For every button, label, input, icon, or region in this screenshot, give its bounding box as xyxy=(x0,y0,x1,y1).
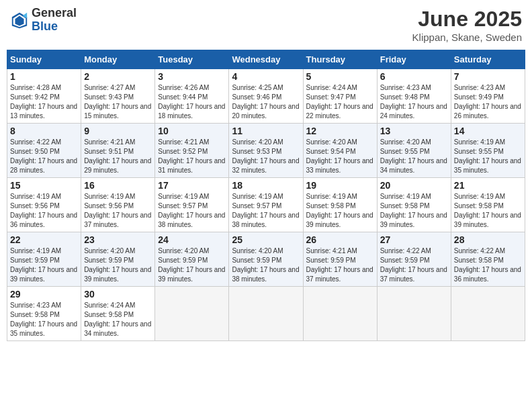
day-info: Sunrise: 4:22 AM Sunset: 9:50 PM Dayligh… xyxy=(10,138,78,175)
title-block: June 2025 Klippan, Skane, Sweden xyxy=(412,7,522,43)
logo-general-text: General xyxy=(32,7,77,20)
day-number: 30 xyxy=(84,289,152,300)
day-number: 2 xyxy=(84,71,152,82)
calendar-day-cell: 26 Sunrise: 4:21 AM Sunset: 9:59 PM Dayl… xyxy=(303,232,377,287)
calendar-day-cell: 3 Sunrise: 4:26 AM Sunset: 9:44 PM Dayli… xyxy=(155,69,229,124)
day-info: Sunrise: 4:23 AM Sunset: 9:48 PM Dayligh… xyxy=(380,83,448,121)
calendar-day-cell: 28 Sunrise: 4:22 AM Sunset: 9:58 PM Dayl… xyxy=(451,232,525,287)
day-number: 21 xyxy=(454,180,522,191)
calendar-day-cell: 27 Sunrise: 4:22 AM Sunset: 9:59 PM Dayl… xyxy=(377,232,451,287)
day-number: 29 xyxy=(10,289,78,300)
day-number: 24 xyxy=(158,234,226,245)
day-info: Sunrise: 4:20 AM Sunset: 9:53 PM Dayligh… xyxy=(232,138,300,175)
day-number: 28 xyxy=(454,234,522,245)
calendar-day-cell: 25 Sunrise: 4:20 AM Sunset: 9:59 PM Dayl… xyxy=(229,232,303,287)
calendar-day-cell: 22 Sunrise: 4:19 AM Sunset: 9:59 PM Dayl… xyxy=(7,232,81,287)
day-number: 13 xyxy=(380,126,448,136)
calendar-day-cell xyxy=(229,287,303,341)
calendar-day-cell xyxy=(155,287,229,341)
day-of-week-header: Monday xyxy=(81,50,155,69)
day-of-week-header: Wednesday xyxy=(229,50,303,69)
day-info: Sunrise: 4:19 AM Sunset: 9:55 PM Dayligh… xyxy=(454,138,522,175)
day-info: Sunrise: 4:20 AM Sunset: 9:59 PM Dayligh… xyxy=(84,246,152,284)
day-of-week-header: Thursday xyxy=(303,50,377,69)
day-info: Sunrise: 4:19 AM Sunset: 9:56 PM Dayligh… xyxy=(10,192,78,230)
day-number: 23 xyxy=(84,234,152,245)
day-info: Sunrise: 4:25 AM Sunset: 9:46 PM Dayligh… xyxy=(232,83,300,121)
logo-text: General Blue xyxy=(32,7,77,34)
day-info: Sunrise: 4:21 AM Sunset: 9:51 PM Dayligh… xyxy=(84,138,152,175)
calendar-week-row: 8 Sunrise: 4:22 AM Sunset: 9:50 PM Dayli… xyxy=(7,124,525,178)
day-info: Sunrise: 4:23 AM Sunset: 9:49 PM Dayligh… xyxy=(454,83,522,121)
day-info: Sunrise: 4:21 AM Sunset: 9:59 PM Dayligh… xyxy=(306,246,374,284)
day-number: 11 xyxy=(232,126,300,136)
day-number: 22 xyxy=(10,234,78,245)
calendar-day-cell: 17 Sunrise: 4:19 AM Sunset: 9:57 PM Dayl… xyxy=(155,178,229,232)
day-info: Sunrise: 4:19 AM Sunset: 9:58 PM Dayligh… xyxy=(306,192,374,230)
day-number: 15 xyxy=(10,180,78,191)
calendar-header-row: SundayMondayTuesdayWednesdayThursdayFrid… xyxy=(7,50,525,69)
calendar-day-cell: 6 Sunrise: 4:23 AM Sunset: 9:48 PM Dayli… xyxy=(377,69,451,124)
day-number: 17 xyxy=(158,180,226,191)
calendar-day-cell: 12 Sunrise: 4:20 AM Sunset: 9:54 PM Dayl… xyxy=(303,124,377,178)
day-info: Sunrise: 4:20 AM Sunset: 9:55 PM Dayligh… xyxy=(380,138,448,175)
page-header: General Blue June 2025 Klippan, Skane, S… xyxy=(7,7,525,43)
day-info: Sunrise: 4:20 AM Sunset: 9:59 PM Dayligh… xyxy=(232,246,300,284)
logo-icon xyxy=(10,11,29,30)
logo: General Blue xyxy=(10,7,77,34)
calendar-day-cell: 21 Sunrise: 4:19 AM Sunset: 9:58 PM Dayl… xyxy=(451,178,525,232)
calendar-day-cell: 10 Sunrise: 4:21 AM Sunset: 9:52 PM Dayl… xyxy=(155,124,229,178)
day-info: Sunrise: 4:21 AM Sunset: 9:52 PM Dayligh… xyxy=(158,138,226,175)
day-info: Sunrise: 4:22 AM Sunset: 9:58 PM Dayligh… xyxy=(454,246,522,284)
day-number: 14 xyxy=(454,126,522,136)
calendar-day-cell: 8 Sunrise: 4:22 AM Sunset: 9:50 PM Dayli… xyxy=(7,124,81,178)
calendar-day-cell: 11 Sunrise: 4:20 AM Sunset: 9:53 PM Dayl… xyxy=(229,124,303,178)
day-of-week-header: Tuesday xyxy=(155,50,229,69)
calendar-day-cell: 9 Sunrise: 4:21 AM Sunset: 9:51 PM Dayli… xyxy=(81,124,155,178)
day-number: 27 xyxy=(380,234,448,245)
day-of-week-header: Friday xyxy=(377,50,451,69)
calendar-day-cell: 19 Sunrise: 4:19 AM Sunset: 9:58 PM Dayl… xyxy=(303,178,377,232)
day-info: Sunrise: 4:19 AM Sunset: 9:57 PM Dayligh… xyxy=(232,192,300,230)
calendar-week-row: 1 Sunrise: 4:28 AM Sunset: 9:42 PM Dayli… xyxy=(7,69,525,124)
day-info: Sunrise: 4:20 AM Sunset: 9:59 PM Dayligh… xyxy=(158,246,226,284)
day-of-week-header: Sunday xyxy=(7,50,81,69)
calendar-day-cell: 23 Sunrise: 4:20 AM Sunset: 9:59 PM Dayl… xyxy=(81,232,155,287)
calendar-day-cell: 4 Sunrise: 4:25 AM Sunset: 9:46 PM Dayli… xyxy=(229,69,303,124)
month-year-title: June 2025 xyxy=(412,7,522,32)
day-info: Sunrise: 4:22 AM Sunset: 9:59 PM Dayligh… xyxy=(380,246,448,284)
day-number: 19 xyxy=(306,180,374,191)
day-info: Sunrise: 4:19 AM Sunset: 9:57 PM Dayligh… xyxy=(158,192,226,230)
day-info: Sunrise: 4:28 AM Sunset: 9:42 PM Dayligh… xyxy=(10,83,78,121)
day-number: 16 xyxy=(84,180,152,191)
calendar-day-cell xyxy=(451,287,525,341)
calendar-day-cell: 13 Sunrise: 4:20 AM Sunset: 9:55 PM Dayl… xyxy=(377,124,451,178)
day-number: 12 xyxy=(306,126,374,136)
day-info: Sunrise: 4:24 AM Sunset: 9:47 PM Dayligh… xyxy=(306,83,374,121)
calendar-day-cell: 29 Sunrise: 4:23 AM Sunset: 9:58 PM Dayl… xyxy=(7,287,81,341)
logo-blue-text: Blue xyxy=(32,20,77,34)
location-subtitle: Klippan, Skane, Sweden xyxy=(412,32,522,43)
calendar-day-cell: 5 Sunrise: 4:24 AM Sunset: 9:47 PM Dayli… xyxy=(303,69,377,124)
day-info: Sunrise: 4:23 AM Sunset: 9:58 PM Dayligh… xyxy=(10,301,78,338)
day-number: 26 xyxy=(306,234,374,245)
calendar-day-cell: 30 Sunrise: 4:24 AM Sunset: 9:58 PM Dayl… xyxy=(81,287,155,341)
calendar-day-cell: 7 Sunrise: 4:23 AM Sunset: 9:49 PM Dayli… xyxy=(451,69,525,124)
day-info: Sunrise: 4:19 AM Sunset: 9:59 PM Dayligh… xyxy=(10,246,78,284)
calendar-day-cell: 14 Sunrise: 4:19 AM Sunset: 9:55 PM Dayl… xyxy=(451,124,525,178)
day-info: Sunrise: 4:19 AM Sunset: 9:56 PM Dayligh… xyxy=(84,192,152,230)
day-info: Sunrise: 4:20 AM Sunset: 9:54 PM Dayligh… xyxy=(306,138,374,175)
day-number: 3 xyxy=(158,71,226,82)
day-info: Sunrise: 4:24 AM Sunset: 9:58 PM Dayligh… xyxy=(84,301,152,338)
calendar-day-cell: 16 Sunrise: 4:19 AM Sunset: 9:56 PM Dayl… xyxy=(81,178,155,232)
day-number: 4 xyxy=(232,71,300,82)
calendar-week-row: 15 Sunrise: 4:19 AM Sunset: 9:56 PM Dayl… xyxy=(7,178,525,232)
calendar-day-cell: 24 Sunrise: 4:20 AM Sunset: 9:59 PM Dayl… xyxy=(155,232,229,287)
calendar-week-row: 29 Sunrise: 4:23 AM Sunset: 9:58 PM Dayl… xyxy=(7,287,525,341)
calendar-day-cell: 18 Sunrise: 4:19 AM Sunset: 9:57 PM Dayl… xyxy=(229,178,303,232)
day-number: 6 xyxy=(380,71,448,82)
day-info: Sunrise: 4:27 AM Sunset: 9:43 PM Dayligh… xyxy=(84,83,152,121)
day-number: 1 xyxy=(10,71,78,82)
day-number: 8 xyxy=(10,126,78,136)
calendar-week-row: 22 Sunrise: 4:19 AM Sunset: 9:59 PM Dayl… xyxy=(7,232,525,287)
